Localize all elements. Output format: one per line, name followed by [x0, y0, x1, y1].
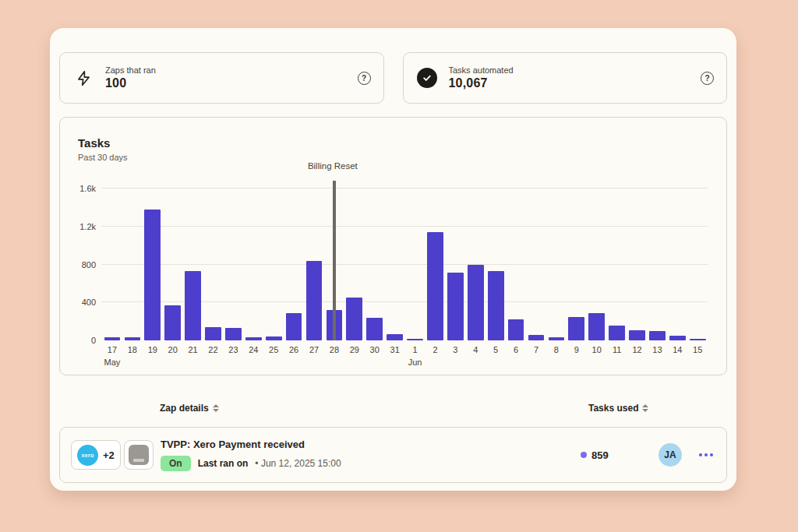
x-tick-label: 13 — [647, 345, 667, 354]
stat-cards: Zaps that ran 100 ? Tasks automated 10,0… — [59, 52, 727, 104]
bar-2[interactable] — [425, 188, 446, 340]
bar-27[interactable] — [304, 188, 324, 340]
bar-7[interactable] — [526, 188, 546, 340]
bar-8[interactable] — [546, 188, 567, 340]
bar-6[interactable] — [506, 188, 526, 340]
billing-reset-label: Billing Reset — [308, 161, 358, 171]
stat-value: 10,067 — [449, 76, 514, 90]
x-tick-label: 6 — [506, 345, 526, 354]
y-tick-label: 1.2k — [66, 222, 96, 231]
x-tick-label: 26 — [284, 345, 304, 354]
bar-13[interactable] — [647, 188, 667, 340]
chart-title: Tasks — [78, 136, 110, 150]
x-tick-label: 15 — [687, 345, 708, 354]
y-tick-label: 400 — [66, 298, 96, 307]
x-tick-label: 20 — [163, 345, 183, 354]
bar-3[interactable] — [445, 188, 465, 340]
x-tick-label: 22 — [203, 345, 224, 354]
status-badge[interactable]: On — [161, 456, 191, 471]
bar-26[interactable] — [284, 188, 304, 340]
x-tick-label: 30 — [365, 345, 385, 354]
bar-18[interactable] — [122, 188, 143, 340]
tasks-chart-card: Tasks Past 30 days Billing Reset 0400800… — [59, 117, 727, 375]
stat-value: 100 — [105, 76, 156, 90]
x-tick-label: 19 — [143, 345, 163, 354]
tasks-dot-icon — [581, 452, 587, 458]
y-tick-label: 1.6k — [66, 184, 96, 193]
bars-row — [102, 188, 708, 340]
stat-card-tasks-automated: Tasks automated 10,067 ? — [403, 52, 728, 104]
x-tick-label: 31 — [385, 345, 405, 354]
zap-title: TVPP: Xero Payment received — [161, 439, 341, 450]
bar-19[interactable] — [143, 188, 163, 340]
billing-reset-line: Billing Reset — [333, 181, 336, 340]
app-icon-box — [124, 440, 154, 470]
x-month-label: May — [102, 358, 122, 367]
last-ran-label: Last ran on — [198, 458, 249, 469]
x-tick-label: 7 — [526, 345, 546, 354]
bar-15[interactable] — [687, 188, 708, 340]
x-tick-label: 29 — [344, 345, 365, 354]
bar-10[interactable] — [587, 188, 607, 340]
dashboard-panel: Zaps that ran 100 ? Tasks automated 10,0… — [50, 28, 736, 491]
bar-5[interactable] — [486, 188, 506, 340]
x-tick-label: 23 — [223, 345, 243, 354]
bar-11[interactable] — [607, 188, 627, 340]
stat-card-zaps-ran: Zaps that ran 100 ? — [59, 52, 384, 104]
sort-icon — [642, 404, 648, 412]
zap-details: TVPP: Xero Payment received On Last ran … — [161, 439, 341, 471]
check-circle-icon — [416, 67, 438, 89]
bar-25[interactable] — [263, 188, 284, 340]
zap-table-row[interactable]: xero +2 TVPP: Xero Payment received On L… — [59, 427, 727, 483]
bar-30[interactable] — [365, 188, 385, 340]
zap-app-icons: xero +2 — [71, 440, 154, 470]
bar-9[interactable] — [567, 188, 587, 340]
y-tick-label: 0 — [66, 336, 96, 345]
x-tick-label: 9 — [567, 345, 587, 354]
chart-subtitle: Past 30 days — [78, 153, 128, 162]
xaxis-row: 17May18192021222324252627282930311Jun234… — [102, 345, 708, 354]
app-icon-box: xero +2 — [71, 440, 121, 470]
owner-avatar[interactable]: JA — [659, 443, 682, 467]
bar-31[interactable] — [385, 188, 405, 340]
bar-1[interactable] — [405, 188, 425, 340]
x-tick-label: 3 — [445, 345, 465, 354]
x-tick-label: 21 — [183, 345, 203, 354]
bar-29[interactable] — [344, 188, 365, 340]
overflow-menu-icon[interactable] — [694, 449, 718, 461]
x-tick-label: 12 — [627, 345, 648, 354]
bar-12[interactable] — [627, 188, 648, 340]
bar-23[interactable] — [223, 188, 243, 340]
help-icon[interactable]: ? — [701, 72, 714, 85]
column-header-zap-details[interactable]: Zap details — [160, 403, 219, 414]
x-tick-label: 2 — [425, 345, 446, 354]
bar-4[interactable] — [465, 188, 486, 340]
stat-label: Tasks automated — [449, 65, 514, 75]
x-tick-label: 14 — [667, 345, 687, 354]
bar-22[interactable] — [203, 188, 224, 340]
x-tick-label: 17May — [102, 345, 122, 354]
help-icon[interactable]: ? — [358, 72, 371, 85]
bar-14[interactable] — [667, 188, 687, 340]
x-tick-label: 11 — [607, 345, 627, 354]
column-header-label: Tasks used — [588, 403, 638, 414]
x-tick-label: 8 — [546, 345, 567, 354]
bar-21[interactable] — [183, 188, 203, 340]
y-tick-label: 800 — [66, 260, 96, 270]
bar-20[interactable] — [163, 188, 183, 340]
x-tick-label: 4 — [465, 345, 486, 354]
x-tick-label: 25 — [263, 345, 284, 354]
x-tick-label: 10 — [587, 345, 607, 354]
x-tick-label: 5 — [486, 345, 506, 354]
x-tick-label: 24 — [243, 345, 263, 354]
column-header-label: Zap details — [160, 403, 209, 414]
x-tick-label: 27 — [304, 345, 324, 354]
chart-plot: Billing Reset 04008001.2k1.6k — [102, 188, 708, 340]
sort-icon — [213, 404, 219, 412]
bar-24[interactable] — [243, 188, 263, 340]
stat-label: Zaps that ran — [105, 65, 156, 75]
xero-app-icon: xero — [77, 445, 98, 466]
x-tick-label: 28 — [324, 345, 344, 354]
bar-17[interactable] — [102, 188, 122, 340]
column-header-tasks-used[interactable]: Tasks used — [588, 403, 648, 414]
